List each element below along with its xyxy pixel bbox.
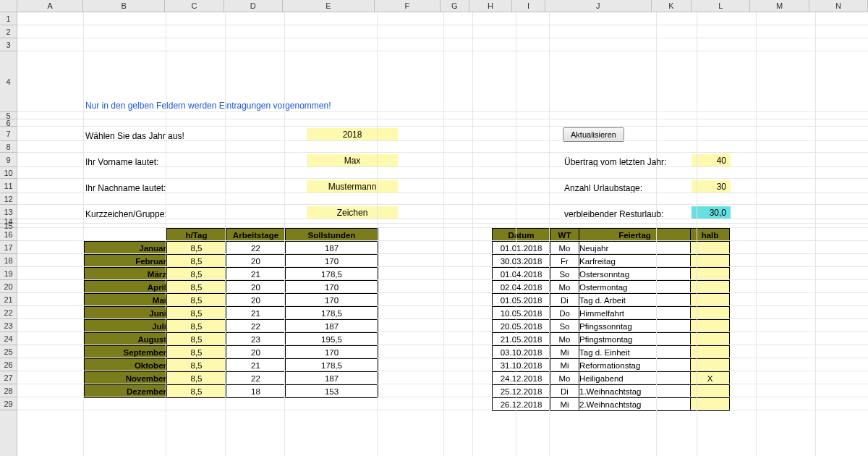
months-header-c3: Sollstunden bbox=[286, 229, 378, 242]
row-header-10[interactable]: 10 bbox=[0, 167, 17, 179]
remaining-label: verbleibender Resturlaub: bbox=[564, 209, 663, 219]
column-header-J[interactable]: J bbox=[545, 0, 652, 12]
holiday-row: 21.05.2018MoPfingstmontag bbox=[493, 333, 730, 346]
hours-per-day-input[interactable]: 8,5 bbox=[167, 385, 226, 398]
holiday-weekday: Mo bbox=[550, 333, 579, 346]
holiday-weekday: Mi bbox=[550, 346, 579, 359]
holiday-name: Tag d. Einheit bbox=[579, 346, 691, 359]
hours-per-day-input[interactable]: 8,5 bbox=[167, 346, 226, 359]
row-header-2[interactable]: 2 bbox=[0, 25, 17, 38]
remaining-value: 30,0 bbox=[692, 206, 731, 219]
holiday-date: 25.12.2018 bbox=[493, 385, 550, 398]
row-header-8[interactable]: 8 bbox=[0, 141, 17, 153]
row-header-23[interactable]: 23 bbox=[0, 319, 17, 332]
column-headers: ABCDEFGHIJKLMN bbox=[17, 0, 868, 12]
hours-per-day-input[interactable]: 8,5 bbox=[167, 255, 226, 268]
holiday-weekday: Di bbox=[550, 294, 579, 307]
month-label: Dezember bbox=[85, 385, 167, 398]
holiday-row: 10.05.2018DoHimmelfahrt bbox=[493, 307, 730, 320]
vacation-days-input[interactable]: 30 bbox=[692, 180, 731, 193]
hours-per-day-input[interactable]: 8,5 bbox=[167, 359, 226, 372]
holiday-name: 2.Weihnachtstag bbox=[579, 398, 691, 411]
holiday-name: Reformationstag bbox=[579, 359, 691, 372]
select-all-corner[interactable] bbox=[0, 0, 17, 12]
column-header-A[interactable]: A bbox=[17, 0, 83, 12]
column-header-H[interactable]: H bbox=[469, 0, 513, 12]
target-hours-value: 170 bbox=[286, 255, 378, 268]
grid-area: Nur in den gelben Feldern werden Eintrag… bbox=[17, 12, 868, 456]
column-header-D[interactable]: D bbox=[224, 0, 283, 12]
row-header-6[interactable]: 6 bbox=[0, 119, 17, 127]
row-header-11[interactable]: 11 bbox=[0, 179, 17, 193]
info-note: Nur in den gelben Feldern werden Eintrag… bbox=[85, 101, 331, 111]
column-header-G[interactable]: G bbox=[441, 0, 469, 12]
firstname-input[interactable]: Max bbox=[307, 154, 398, 167]
row-header-26[interactable]: 26 bbox=[0, 358, 17, 371]
holiday-row: 01.05.2018DiTag d. Arbeit bbox=[493, 294, 730, 307]
hours-per-day-input[interactable]: 8,5 bbox=[167, 320, 226, 333]
column-header-I[interactable]: I bbox=[512, 0, 545, 12]
column-header-F[interactable]: F bbox=[375, 0, 441, 12]
row-header-18[interactable]: 18 bbox=[0, 254, 17, 267]
column-header-C[interactable]: C bbox=[165, 0, 224, 12]
month-label: Januar bbox=[85, 242, 167, 255]
hours-per-day-input[interactable]: 8,5 bbox=[167, 242, 226, 255]
column-header-L[interactable]: L bbox=[692, 0, 750, 12]
row-header-12[interactable]: 12 bbox=[0, 193, 17, 205]
carryover-input[interactable]: 40 bbox=[692, 154, 731, 167]
row-header-3[interactable]: 3 bbox=[0, 38, 17, 51]
hours-per-day-input[interactable]: 8,5 bbox=[167, 281, 226, 294]
row-header-7[interactable]: 7 bbox=[0, 127, 17, 141]
holiday-row: 02.04.2018MoOstermontag bbox=[493, 281, 730, 294]
row-header-27[interactable]: 27 bbox=[0, 371, 17, 384]
workdays-value: 22 bbox=[226, 242, 286, 255]
year-label: Wählen Sie das Jahr aus! bbox=[85, 131, 184, 141]
column-header-K[interactable]: K bbox=[652, 0, 692, 12]
row-header-21[interactable]: 21 bbox=[0, 293, 17, 306]
hours-per-day-input[interactable]: 8,5 bbox=[167, 307, 226, 320]
target-hours-value: 187 bbox=[286, 242, 378, 255]
column-header-B[interactable]: B bbox=[83, 0, 165, 12]
holiday-date: 31.10.2018 bbox=[493, 359, 550, 372]
row-header-4[interactable]: 4 bbox=[0, 51, 17, 112]
row-header-9[interactable]: 9 bbox=[0, 153, 17, 167]
column-header-E[interactable]: E bbox=[283, 0, 375, 12]
hours-per-day-input[interactable]: 8,5 bbox=[167, 333, 226, 346]
column-header-N[interactable]: N bbox=[809, 0, 868, 12]
year-input[interactable]: 2018 bbox=[307, 128, 398, 141]
holiday-name: Heiligabend bbox=[579, 372, 691, 385]
code-input[interactable]: Zeichen bbox=[307, 206, 398, 219]
holiday-name: Neujahr bbox=[579, 242, 691, 255]
refresh-button[interactable]: Aktualisieren bbox=[563, 127, 624, 142]
holiday-name: 1.Weihnachtstag bbox=[579, 385, 691, 398]
row-header-25[interactable]: 25 bbox=[0, 345, 17, 358]
holiday-date: 02.04.2018 bbox=[493, 281, 550, 294]
row-headers: 1234567891011121314151617181920212223242… bbox=[0, 12, 17, 456]
vacation-days-label: Anzahl Urlaubstage: bbox=[564, 183, 642, 193]
holiday-date: 03.10.2018 bbox=[493, 346, 550, 359]
column-header-M[interactable]: M bbox=[750, 0, 809, 12]
row-header-16[interactable]: 16 bbox=[0, 228, 17, 241]
holiday-weekday: Mo bbox=[550, 242, 579, 255]
hours-per-day-input[interactable]: 8,5 bbox=[167, 268, 226, 281]
workdays-value: 21 bbox=[226, 268, 286, 281]
holiday-row: 30.03.2018FrKarfreitag bbox=[493, 255, 730, 268]
workdays-value: 20 bbox=[226, 294, 286, 307]
target-hours-value: 153 bbox=[286, 385, 378, 398]
row-header-1[interactable]: 1 bbox=[0, 12, 17, 25]
lastname-input[interactable]: Mustermann bbox=[307, 180, 398, 193]
holiday-weekday: So bbox=[550, 320, 579, 333]
row-header-22[interactable]: 22 bbox=[0, 306, 17, 319]
row-header-24[interactable]: 24 bbox=[0, 332, 17, 345]
holidays-header-c1: Datum bbox=[493, 229, 550, 242]
row-header-17[interactable]: 17 bbox=[0, 241, 17, 254]
row-header-20[interactable]: 20 bbox=[0, 280, 17, 293]
holiday-name: Himmelfahrt bbox=[579, 307, 691, 320]
row-header-19[interactable]: 19 bbox=[0, 267, 17, 280]
row-header-29[interactable]: 29 bbox=[0, 397, 17, 410]
row-header-28[interactable]: 28 bbox=[0, 384, 17, 397]
hours-per-day-input[interactable]: 8,5 bbox=[167, 294, 226, 307]
month-label: Mai bbox=[85, 294, 167, 307]
workdays-value: 23 bbox=[226, 333, 286, 346]
hours-per-day-input[interactable]: 8,5 bbox=[167, 372, 226, 385]
